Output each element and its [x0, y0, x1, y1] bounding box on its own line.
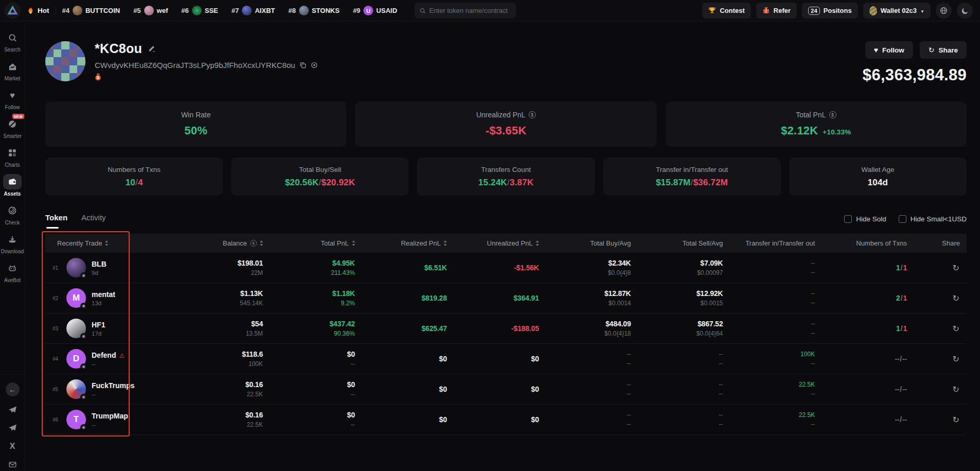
token-name[interactable]: mentat [92, 290, 115, 299]
table-row[interactable]: #4 D Defend -- $118.6100K $0-- $0 $0 ---… [45, 344, 967, 374]
token-avatar: U [363, 6, 373, 15]
win-rate-value: 50% [184, 124, 207, 137]
checkbox-icon [844, 215, 852, 223]
token-avatar [242, 6, 252, 15]
share-row-icon[interactable] [953, 324, 959, 334]
sidebar-item-avebot[interactable]: AveBot [0, 260, 25, 283]
chain-badge-icon [80, 333, 87, 340]
table-row[interactable]: #3 HF1 17d $5413.5M $437.4290.36% $625.4… [45, 313, 967, 344]
collapse-sidebar-button[interactable] [6, 382, 20, 396]
table-row[interactable]: #5 FuckTrumps -- $0.1622.5K $0-- $0 $0 -… [45, 374, 967, 405]
total-pnl-value: $2.12K +10.33% [781, 124, 851, 137]
language-globe-button[interactable] [936, 3, 952, 19]
sort-icon [444, 240, 447, 246]
sidebar-item-market[interactable]: Market [0, 59, 25, 81]
trending-token[interactable]: #7 AIXBT [232, 6, 275, 15]
chain-badge-icon [80, 272, 87, 279]
telegram-channel-icon[interactable] [8, 424, 17, 432]
token-name[interactable]: HF1 [92, 321, 105, 329]
check-spiral-icon [3, 203, 22, 218]
wallet-avatar [45, 41, 85, 81]
mail-icon[interactable] [8, 460, 17, 469]
x-twitter-icon[interactable] [10, 442, 15, 451]
wallet-menu-button[interactable]: Wallet 02c3 [863, 3, 931, 19]
sidebar-item-download[interactable]: Download [0, 232, 25, 254]
search-input[interactable] [429, 7, 511, 14]
col-unrealized-pnl[interactable]: Unrealized PnL [450, 239, 542, 247]
app-logo-icon[interactable] [4, 2, 21, 19]
token-age: 13d [92, 300, 115, 306]
token-avatar [192, 6, 202, 15]
token-avatar [66, 258, 86, 277]
total-buy-sell-card: Total Buy/Sell $20.56K/$20.92K [231, 158, 409, 196]
trending-token[interactable]: #6 SSE [181, 6, 218, 15]
col-total-sell-avg: Total Sell/Avg [634, 239, 726, 247]
heart-icon [3, 88, 22, 103]
hot-trending-label[interactable]: Hot [27, 7, 49, 14]
hide-small-checkbox[interactable]: Hide Small<1USD [899, 215, 967, 223]
top-bar: Hot #4 BUTTCOIN #5 wef #6 SSE #7 AIXBT #… [0, 0, 980, 22]
trending-token[interactable]: #9 U USAID [353, 6, 397, 15]
tab-activity[interactable]: Activity [81, 213, 106, 229]
token-name[interactable]: BLB [92, 260, 107, 268]
telegram-icon[interactable] [8, 406, 17, 414]
wallet-header: *KC8ou CWvdyvKHEu8Z6QqGraJT3sLPyp9bJfFho… [45, 41, 967, 84]
token-search[interactable] [414, 3, 516, 19]
usd-toggle-icon[interactable] [829, 111, 836, 118]
sidebar-item-follow[interactable]: Follow [0, 88, 25, 110]
col-total-pnl[interactable]: Total PnL [266, 239, 358, 247]
new-badge: NEW [12, 114, 24, 119]
col-recently-trade[interactable]: Recently Trade [45, 239, 174, 247]
table-row[interactable]: #1 BLB 9d $198.0122M $4.95K211.43% $6.51… [45, 253, 967, 283]
positions-button[interactable]: 24 Positons [802, 3, 858, 19]
table-row[interactable]: #6 T TrumpMap -- $0.1622.5K $0-- $0 $0 -… [45, 405, 967, 435]
sidebar-footer [0, 374, 25, 471]
table-row[interactable]: #2 M mentat 13d $1.13K545.14K $1.18K9.2%… [45, 283, 967, 313]
checkbox-icon [899, 215, 906, 223]
token-name[interactable]: Defend [92, 351, 125, 359]
hide-sold-checkbox[interactable]: Hide Sold [844, 215, 886, 223]
trending-token[interactable]: #5 wef [133, 6, 168, 15]
col-realized-pnl[interactable]: Realized PnL [358, 239, 450, 247]
sidebar-item-assets[interactable]: Assets [0, 174, 25, 197]
share-button[interactable]: Share [920, 41, 967, 59]
trophy-icon [708, 7, 716, 14]
topbar-actions: Contest Refer 24 Positons Wallet 02c3 [702, 3, 973, 19]
usd-toggle-icon[interactable] [529, 111, 536, 118]
theme-toggle-button[interactable] [957, 3, 973, 19]
share-row-icon[interactable] [953, 263, 959, 273]
svg-text:$: $ [97, 76, 99, 80]
trending-token[interactable]: #4 BUTTCOIN [62, 6, 120, 15]
transfers-count-card: Transfers Count 15.24K/3.87K [417, 158, 594, 196]
follow-button[interactable]: Follow [865, 41, 913, 59]
market-icon [3, 59, 22, 74]
chain-badge-icon [80, 424, 87, 431]
sidebar-item-smarter[interactable]: NEW Smarter [0, 116, 25, 139]
token-name[interactable]: FuckTrumps [92, 381, 134, 390]
col-balance[interactable]: Balance [174, 239, 266, 247]
share-icon [929, 46, 935, 54]
edit-name-icon[interactable] [148, 45, 155, 53]
token-avatar [299, 6, 309, 15]
divider [56, 7, 56, 14]
chain-badge-icon [80, 363, 87, 370]
tab-token[interactable]: Token [45, 213, 67, 229]
contest-button[interactable]: Contest [702, 3, 750, 19]
sidebar-item-charts[interactable]: Charts [0, 145, 25, 168]
refer-button[interactable]: Refer [756, 3, 797, 19]
copy-address-icon[interactable] [300, 62, 306, 68]
warning-icon [119, 351, 125, 359]
share-row-icon[interactable] [953, 293, 959, 303]
token-name[interactable]: TrumpMap [92, 412, 128, 420]
sort-icon [260, 240, 263, 246]
chevron-down-icon [920, 7, 924, 14]
trending-token[interactable]: #8 STONKS [288, 6, 339, 15]
share-row-icon[interactable] [953, 385, 959, 394]
sidebar-item-check[interactable]: Check [0, 203, 25, 225]
share-row-icon[interactable] [953, 354, 959, 364]
sidebar-item-search[interactable]: Search [0, 30, 25, 53]
robot-icon [3, 260, 22, 276]
share-row-icon[interactable] [953, 415, 959, 425]
unrealized-pnl-value: -$3.65K [485, 124, 527, 137]
explorer-link-icon[interactable] [311, 62, 318, 68]
